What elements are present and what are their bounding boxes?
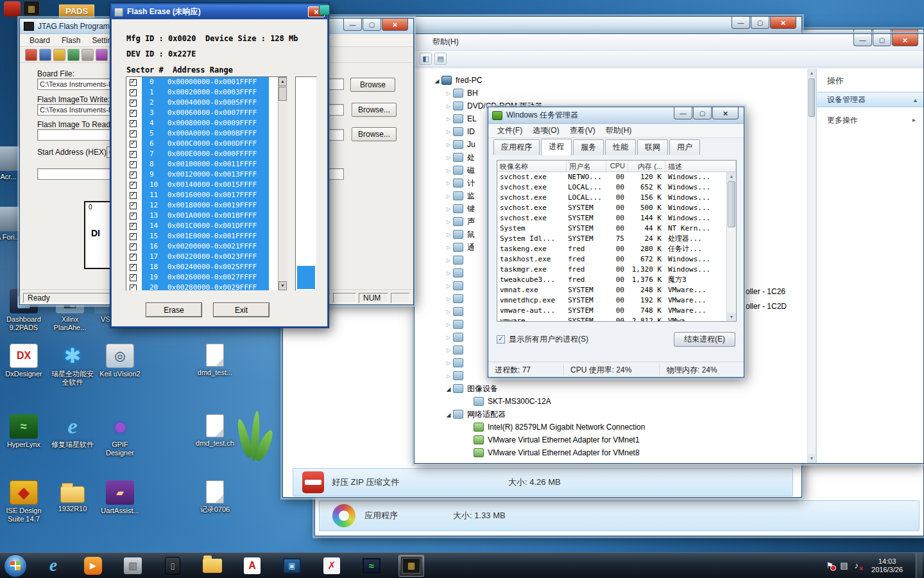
scroll-up-icon[interactable] [278, 77, 287, 86]
sector-checkbox[interactable] [130, 120, 137, 127]
toolbar-icon[interactable]: ◧ [420, 53, 432, 65]
phone-app-icon[interactable]: ▯ [160, 555, 185, 577]
expand-arrow-icon[interactable] [444, 189, 453, 203]
expand-arrow-icon[interactable] [444, 304, 453, 319]
show-all-users-checkbox[interactable] [497, 335, 505, 344]
expand-arrow-icon[interactable] [444, 266, 453, 280]
process-row[interactable]: taskhost.exe fred 00 672 K Windows... [497, 254, 736, 265]
expand-arrow-icon[interactable] [444, 408, 453, 421]
tab[interactable]: 服务 [573, 139, 604, 155]
tree-item[interactable]: VMware Virtual Ethernet Adapter for VMne… [415, 434, 807, 446]
menu-item[interactable]: 选项(O) [527, 124, 564, 137]
explorer-folder-icon[interactable] [200, 555, 225, 577]
file-row[interactable]: 应用程序 大小: 1.33 MB [319, 500, 920, 531]
sector-checkbox[interactable] [130, 233, 137, 240]
media-player-icon[interactable]: ▶ [80, 555, 106, 577]
column-header[interactable]: 映像名称 [497, 161, 567, 171]
tab[interactable]: 进程 [541, 139, 572, 155]
toolbar-icon[interactable]: ▤ [434, 53, 447, 65]
dialog-titlebar[interactable]: Flash Erase (未响应) [112, 4, 327, 19]
start-button[interactable] [4, 554, 27, 577]
close-button[interactable] [382, 19, 408, 31]
sector-checkbox[interactable] [130, 100, 137, 107]
column-header[interactable]: CPU [606, 161, 628, 171]
tree-item[interactable]: BH [415, 87, 807, 100]
desktop-icon[interactable]: ✱ 瑞星全功能安全软件 [50, 344, 95, 387]
window-titlebar[interactable]: Windows 任务管理器 [488, 107, 744, 124]
sector-row[interactable]: 110x00160000-0x0017FFFF [126, 190, 287, 200]
expand-arrow-icon[interactable] [444, 150, 453, 164]
expand-arrow-icon[interactable] [444, 382, 453, 396]
maximize-button[interactable] [873, 34, 891, 46]
scroll-up-icon[interactable] [808, 69, 816, 78]
sector-checkbox[interactable] [130, 79, 137, 86]
expand-arrow-icon[interactable] [444, 137, 453, 152]
sector-row[interactable]: 50x000A0000-0x000BFFFF [126, 128, 287, 139]
expand-arrow-icon[interactable] [444, 343, 453, 357]
sector-checkbox[interactable] [130, 110, 137, 117]
ie-icon[interactable]: e [40, 555, 66, 577]
expand-arrow-icon[interactable] [444, 125, 453, 139]
toolbar-icon[interactable] [39, 49, 51, 61]
menu-item[interactable]: Board [24, 35, 56, 46]
process-row[interactable]: System Idl... SYSTEM 75 24 K 处理器... [497, 234, 736, 244]
process-row[interactable]: System SYSTEM 00 44 K NT Kern... [497, 223, 736, 234]
scroll-up-icon[interactable] [727, 172, 736, 180]
sector-row[interactable]: 200x00280000-0x0029FFFF [126, 283, 287, 291]
expand-arrow-icon[interactable] [444, 292, 453, 306]
menu-item[interactable]: Flash [56, 35, 86, 46]
close-button[interactable] [712, 107, 739, 119]
toolbar-icon[interactable] [25, 49, 37, 61]
expand-arrow-icon[interactable] [444, 317, 453, 331]
exit-button[interactable]: Exit [213, 302, 270, 317]
sector-checkbox[interactable] [130, 223, 137, 230]
expand-arrow-icon[interactable] [444, 227, 453, 241]
expand-arrow-icon[interactable] [444, 163, 453, 177]
sector-row[interactable]: 140x001C0000-0x001DFFFF [126, 221, 287, 231]
expand-arrow-icon[interactable] [444, 279, 453, 293]
sector-row[interactable]: 70x000E0000-0x000FFFFF [126, 149, 287, 159]
desktop-icon[interactable]: 1932R10 [50, 480, 95, 513]
sector-row[interactable]: 00x00000000-0x0001FFFF [126, 77, 287, 87]
column-header[interactable]: 用户名 [567, 161, 606, 171]
scroll-down-icon[interactable] [727, 313, 736, 321]
desktop-icon[interactable]: ◎ Keil uVision2 [98, 344, 142, 378]
sector-row[interactable]: 130x001A0000-0x001BFFFF [126, 211, 287, 221]
tab[interactable]: 应用程序 [493, 139, 540, 155]
defender-icon[interactable]: ▥ [120, 555, 146, 577]
scrollbar[interactable] [726, 172, 736, 321]
expand-arrow-icon[interactable] [444, 240, 453, 254]
sector-row[interactable]: 180x00240000-0x0025FFFF [126, 262, 287, 272]
column-header[interactable]: 内存 (... [628, 161, 665, 171]
tab[interactable]: 联网 [637, 139, 668, 155]
expand-arrow-icon[interactable] [444, 112, 453, 126]
tree-item[interactable]: 图像设备 [415, 382, 807, 395]
menu-help[interactable]: 帮助(H) [427, 35, 464, 49]
sector-checkbox[interactable] [130, 89, 137, 96]
process-row[interactable]: vmware-aut... SYSTEM 00 748 K VMware... [497, 306, 736, 316]
sector-row[interactable]: 20x00040000-0x0005FFFF [126, 98, 287, 108]
expand-arrow-icon[interactable] [444, 176, 453, 190]
process-row[interactable]: svchost.exe LOCAL... 00 652 K Windows... [497, 182, 736, 193]
show-desktop-button[interactable] [916, 553, 923, 578]
tree-item[interactable]: Intel(R) 82579LM Gigabit Network Connect… [415, 421, 807, 434]
tab[interactable]: 性能 [605, 139, 636, 155]
maximize-button[interactable] [363, 19, 381, 31]
desktop-icon[interactable]: e 修复瑞星软件 [50, 414, 95, 449]
minimize-button[interactable] [853, 34, 872, 46]
desktop-icon[interactable]: ≈ HyperLynx [1, 414, 46, 449]
sector-checkbox[interactable] [130, 161, 137, 168]
process-row[interactable]: svchost.exe NETWO... 00 120 K Windows... [497, 172, 736, 182]
process-row[interactable]: svchost.exe SYSTEM 00 144 K Windows... [497, 213, 736, 223]
desktop-icon[interactable]: dmd_test... [193, 344, 237, 377]
sector-row[interactable]: 170x00220000-0x0023FFFF [126, 252, 287, 262]
scrollbar-thumb[interactable] [728, 181, 735, 227]
tree-item[interactable]: 网络适配器 [415, 408, 807, 421]
desktop-icon[interactable]: 记录0706 [193, 480, 237, 514]
sector-row[interactable]: 190x00260000-0x0027FFFF [126, 272, 287, 283]
tree-item[interactable]: fred-PC [415, 74, 807, 87]
menu-item[interactable]: 文件(F) [492, 124, 527, 137]
process-row[interactable]: taskmgr.exe fred 00 1,320 K Windows... [497, 265, 736, 275]
scrollbar[interactable] [807, 69, 816, 463]
desktop-icon[interactable]: ◆ ISE Design Suite 14.7 [1, 480, 46, 523]
